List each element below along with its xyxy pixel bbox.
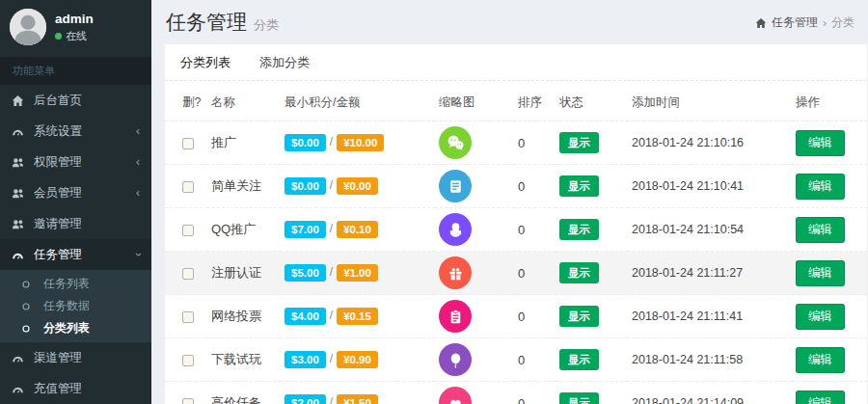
sidebar-item-task-list[interactable]: 任务列表 xyxy=(0,273,151,295)
sidebar: admin 在线 功能菜单 后台首页 系统设置 ‹ 权限管理 ‹ 会员管理 ‹ xyxy=(0,0,151,404)
gauge-icon xyxy=(12,124,25,138)
user-name: admin xyxy=(55,12,94,26)
table-row: 高价任务 $2.00/¥1.50 0 显示 2018-01-24 21:14:0… xyxy=(165,382,867,404)
edit-button[interactable]: 编辑 xyxy=(796,260,845,286)
col-sort: 排序 xyxy=(514,85,556,121)
tab-add-category[interactable]: 添加分类 xyxy=(259,54,310,71)
sidebar-item-tasks[interactable]: 任务管理 ‹ xyxy=(0,239,151,270)
circle-icon xyxy=(21,278,35,291)
row-checkbox[interactable] xyxy=(182,138,194,149)
user-status-label: 在线 xyxy=(66,29,87,43)
added-time: 2018-01-24 21:11:41 xyxy=(628,295,792,338)
sort-value: 0 xyxy=(518,310,525,324)
chevron-left-icon: ‹ xyxy=(136,187,140,199)
sidebar-item-label: 充值管理 xyxy=(34,381,82,397)
status-badge[interactable]: 显示 xyxy=(559,262,599,283)
sidebar-item-label: 权限管理 xyxy=(34,154,82,171)
status-badge[interactable]: 显示 xyxy=(559,219,599,240)
home-icon xyxy=(755,17,767,29)
category-name: 推广 xyxy=(211,135,236,149)
sidebar-item-home[interactable]: 后台首页 xyxy=(0,85,151,116)
sidebar-item-members[interactable]: 会员管理 ‹ xyxy=(0,177,151,208)
edit-button[interactable]: 编辑 xyxy=(796,217,845,243)
row-checkbox[interactable] xyxy=(182,311,194,323)
edit-button[interactable]: 编辑 xyxy=(796,391,845,404)
edit-button[interactable]: 编辑 xyxy=(796,174,845,200)
tab-category-list[interactable]: 分类列表 xyxy=(180,54,231,71)
tabs: 分类列表 添加分类 xyxy=(165,44,867,81)
category-name: 高价任务 xyxy=(211,395,261,404)
status-badge[interactable]: 显示 xyxy=(559,349,599,370)
sidebar-item-permissions[interactable]: 权限管理 ‹ xyxy=(0,147,151,177)
sidebar-item-category-list[interactable]: 分类列表 xyxy=(0,317,151,339)
status-badge[interactable]: 显示 xyxy=(559,175,599,197)
sidebar-item-label: 系统设置 xyxy=(34,123,82,140)
table-row: 简单关注 $0.00/¥0.00 0 显示 2018-01-24 21:10:4… xyxy=(165,165,867,208)
gauge-icon xyxy=(12,382,25,395)
table-row: 下载试玩 $3.00/¥0.90 0 显示 2018-01-24 21:11:5… xyxy=(165,338,867,382)
added-time: 2018-01-24 21:10:16 xyxy=(628,121,792,165)
sidebar-item-invites[interactable]: 邀请管理 xyxy=(0,208,151,239)
breadcrumb-root-link[interactable]: 任务管理 xyxy=(772,14,818,31)
category-name: 简单关注 xyxy=(211,178,261,193)
badge-separator: / xyxy=(330,178,333,192)
col-delete: 删? xyxy=(165,85,207,121)
content-header: 任务管理分类 任务管理 › 分类 xyxy=(151,0,868,43)
sidebar-item-label: 后台首页 xyxy=(34,93,82,109)
sidebar-item-recharge[interactable]: 充值管理 xyxy=(0,373,151,404)
users-icon xyxy=(12,217,25,230)
row-checkbox[interactable] xyxy=(182,225,194,236)
row-checkbox[interactable] xyxy=(182,181,194,193)
sidebar-item-channels[interactable]: 渠道管理 xyxy=(0,342,151,373)
sidebar-section-label: 功能菜单 xyxy=(0,57,151,85)
status-badge[interactable]: 显示 xyxy=(559,392,599,404)
sidebar-item-label: 邀请管理 xyxy=(34,216,82,232)
min-amount-badge: ¥10.00 xyxy=(337,134,384,151)
page-title: 任务管理 xyxy=(166,11,247,33)
sidebar-item-system-settings[interactable]: 系统设置 ‹ xyxy=(0,116,151,147)
table-row: 推广 $0.00/¥10.00 0 显示 2018-01-24 21:10:16… xyxy=(165,121,867,165)
tasks-submenu: 任务列表 任务数据 分类列表 xyxy=(0,270,151,342)
row-checkbox[interactable] xyxy=(182,268,194,280)
status-badge[interactable]: 显示 xyxy=(559,132,599,153)
col-actions: 操作 xyxy=(792,85,867,121)
breadcrumb: 任务管理 › 分类 xyxy=(755,14,854,31)
main-content: 任务管理分类 任务管理 › 分类 分类列表 添加分类 删? 名称 最小积分/金额… xyxy=(151,0,868,404)
table-row: 注册认证 $5.00/¥1.00 0 显示 2018-01-24 21:11:2… xyxy=(165,252,867,295)
edit-button[interactable]: 编辑 xyxy=(796,347,845,373)
page-subtitle: 分类 xyxy=(254,17,279,32)
status-badge[interactable]: 显示 xyxy=(559,306,599,327)
users-icon xyxy=(12,155,25,169)
col-thumbnail: 缩略图 xyxy=(435,85,514,121)
sidebar-item-label: 分类列表 xyxy=(43,320,90,337)
circle-icon xyxy=(21,322,35,336)
gauge-icon xyxy=(12,351,25,364)
balloon-icon xyxy=(439,343,472,376)
min-points-badge: $3.00 xyxy=(285,351,326,368)
col-min-points-amount: 最小积分/金额 xyxy=(281,85,435,121)
min-amount-badge: ¥0.10 xyxy=(337,221,378,238)
sidebar-item-label: 任务数据 xyxy=(43,298,90,314)
col-added-time: 添加时间 xyxy=(628,85,792,121)
added-time: 2018-01-24 21:14:09 xyxy=(628,382,792,404)
row-checkbox[interactable] xyxy=(182,355,194,366)
min-amount-badge: ¥0.15 xyxy=(337,308,378,325)
category-box: 分类列表 添加分类 删? 名称 最小积分/金额 缩略图 排序 状态 添加时间 操… xyxy=(164,43,868,404)
badge-separator: / xyxy=(330,135,333,148)
row-checkbox[interactable] xyxy=(182,398,194,404)
min-points-badge: $0.00 xyxy=(285,134,326,151)
table-row: 网络投票 $4.00/¥0.15 0 显示 2018-01-24 21:11:4… xyxy=(165,295,867,338)
sidebar-item-task-data[interactable]: 任务数据 xyxy=(0,295,151,317)
home-icon xyxy=(12,94,25,107)
user-panel: admin 在线 xyxy=(0,0,151,55)
edit-button[interactable]: 编辑 xyxy=(796,304,845,330)
added-time: 2018-01-24 21:10:54 xyxy=(628,208,792,252)
badge-separator: / xyxy=(330,265,333,279)
gift-icon xyxy=(439,256,472,289)
added-time: 2018-01-24 21:10:41 xyxy=(628,165,792,208)
edit-button[interactable]: 编辑 xyxy=(796,130,845,156)
online-dot-icon xyxy=(55,33,62,40)
category-name: 网络投票 xyxy=(211,309,261,323)
badge-separator: / xyxy=(330,222,333,235)
sidebar-menu: 后台首页 系统设置 ‹ 权限管理 ‹ 会员管理 ‹ 邀请管理 任务管理 ‹ xyxy=(0,85,151,404)
